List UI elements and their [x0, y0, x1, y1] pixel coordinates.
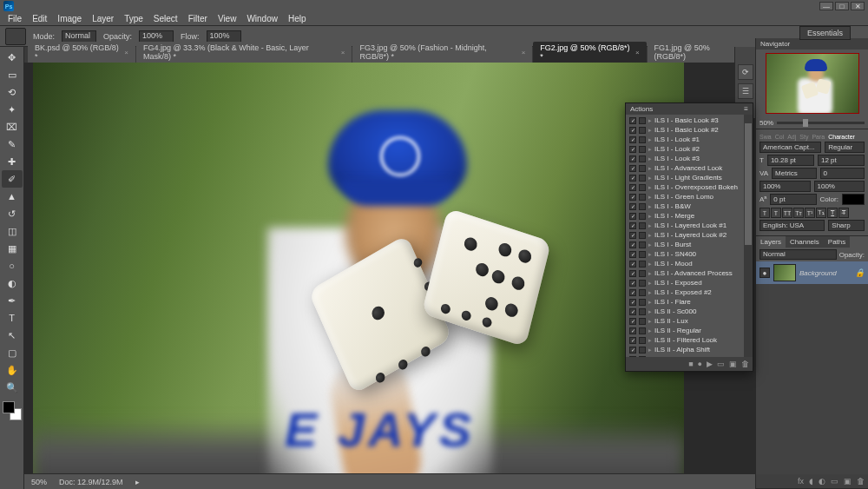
action-dialog-toggle[interactable] — [639, 203, 646, 210]
expand-icon[interactable]: ▸ — [648, 347, 652, 354]
menu-filter[interactable]: Filter — [184, 14, 212, 23]
action-dialog-toggle[interactable] — [639, 232, 646, 239]
action-item[interactable]: ✓▸ILS I - Exposed #2 — [626, 287, 753, 297]
tab-adjustments[interactable]: Adj — [787, 134, 796, 140]
shape-tool[interactable]: ▢ — [2, 344, 23, 361]
expand-icon[interactable]: ▸ — [648, 136, 652, 143]
menu-layer[interactable]: Layer — [88, 14, 118, 23]
window-minimize-button[interactable]: — — [819, 2, 833, 10]
path-tool[interactable]: ↖ — [2, 327, 23, 344]
menu-file[interactable]: File — [3, 14, 26, 23]
new-action-button[interactable]: ▣ — [729, 360, 737, 368]
action-dialog-toggle[interactable] — [639, 299, 646, 306]
document-tab[interactable]: BK.psd @ 50% (RGB/8) *× — [28, 42, 135, 63]
action-check[interactable]: ✓ — [629, 327, 636, 334]
expand-icon[interactable]: ▸ — [648, 155, 652, 162]
properties-panel-icon[interactable]: ☰ — [738, 83, 753, 99]
menu-type[interactable]: Type — [120, 14, 148, 23]
action-dialog-toggle[interactable] — [639, 337, 646, 344]
action-check[interactable]: ✓ — [629, 356, 636, 358]
action-item[interactable]: ✓▸ILS I - Advanced Process — [626, 268, 753, 278]
expand-icon[interactable]: ▸ — [648, 308, 652, 315]
actions-panel[interactable]: Actions≡ ✓▸ILS I - Basic Look #3✓▸ILS I … — [625, 102, 753, 372]
action-dialog-toggle[interactable] — [639, 270, 646, 277]
action-dialog-toggle[interactable] — [639, 175, 646, 182]
menu-window[interactable]: Window — [242, 14, 282, 23]
font-family-select[interactable]: American Capt... — [760, 142, 821, 153]
action-dialog-toggle[interactable] — [639, 251, 646, 258]
action-item[interactable]: ✓▸ILS I - Overexposed Bokeh — [626, 182, 753, 192]
status-arrow-icon[interactable]: ▸ — [135, 478, 140, 486]
antialias-select[interactable]: Sharp — [828, 220, 865, 231]
action-check[interactable]: ✓ — [629, 261, 636, 268]
action-item[interactable]: ✓▸ILS II - Lux — [626, 316, 753, 326]
layer-row-background[interactable]: ● Background 🔒 — [756, 261, 868, 284]
action-check[interactable]: ✓ — [629, 203, 636, 210]
action-dialog-toggle[interactable] — [639, 222, 646, 229]
action-dialog-toggle[interactable] — [639, 289, 646, 296]
visibility-toggle[interactable]: ● — [760, 268, 770, 278]
foreground-color[interactable] — [3, 401, 15, 413]
eraser-tool[interactable]: ◫ — [2, 222, 23, 240]
action-check[interactable]: ✓ — [629, 146, 636, 153]
action-dialog-toggle[interactable] — [639, 318, 646, 325]
tab-paragraph[interactable]: Para — [812, 134, 825, 140]
expand-icon[interactable]: ▸ — [648, 117, 652, 124]
navigator-zoom-slider[interactable] — [777, 122, 865, 124]
play-button[interactable]: ▶ — [707, 360, 713, 368]
tab-paths[interactable]: Paths — [824, 236, 850, 248]
caps-button[interactable]: TT — [782, 208, 792, 218]
action-item[interactable]: ✓▸ILS II - Regular — [626, 326, 753, 335]
actions-list[interactable]: ✓▸ILS I - Basic Look #3✓▸ILS I - Basic L… — [626, 115, 753, 357]
expand-icon[interactable]: ▸ — [648, 146, 652, 153]
window-maximize-button[interactable]: □ — [835, 2, 849, 10]
italic-button[interactable]: T — [771, 208, 781, 218]
document-tab[interactable]: FG4.jpg @ 33.3% (Black & White - Basic, … — [136, 42, 352, 63]
blend-mode-select[interactable]: Normal — [62, 30, 96, 43]
baseline-field[interactable]: 0 pt — [770, 194, 816, 205]
dodge-tool[interactable]: ◐ — [2, 274, 23, 292]
expand-icon[interactable]: ▸ — [648, 337, 652, 344]
action-item[interactable]: ✓▸ILS I - Look #1 — [626, 135, 753, 144]
expand-icon[interactable]: ▸ — [648, 241, 652, 248]
action-item[interactable]: ✓▸ILS II - Filtered Look — [626, 335, 753, 345]
opacity-field[interactable]: 100% — [139, 30, 174, 43]
action-check[interactable]: ✓ — [629, 308, 636, 315]
subscript-button[interactable]: T₁ — [816, 208, 826, 218]
action-dialog-toggle[interactable] — [639, 165, 646, 172]
action-item[interactable]: ✓▸ILS II - Alpha Shift — [626, 345, 753, 354]
tab-layers[interactable]: Layers — [756, 236, 786, 248]
action-item[interactable]: ✓▸ILS I - SN400 — [626, 249, 753, 259]
brush-tool[interactable]: ✐ — [2, 170, 23, 188]
fx-button[interactable]: fx — [798, 477, 804, 486]
vscale-field[interactable]: 100% — [760, 181, 811, 192]
move-tool[interactable]: ✥ — [2, 49, 23, 66]
trash-button[interactable]: 🗑 — [857, 477, 865, 486]
action-dialog-toggle[interactable] — [639, 136, 646, 143]
gradient-tool[interactable]: ▦ — [2, 240, 23, 257]
expand-icon[interactable]: ▸ — [648, 327, 652, 334]
new-layer-button[interactable]: ▣ — [844, 477, 852, 486]
action-dialog-toggle[interactable] — [639, 308, 646, 315]
action-check[interactable]: ✓ — [629, 318, 636, 325]
tab-color[interactable]: Col — [775, 134, 785, 140]
language-select[interactable]: English: USA — [760, 220, 825, 231]
action-check[interactable]: ✓ — [629, 117, 636, 124]
action-check[interactable]: ✓ — [629, 165, 636, 172]
panel-menu-icon[interactable]: ≡ — [744, 105, 748, 113]
action-check[interactable]: ✓ — [629, 241, 636, 248]
navigator-zoom-value[interactable]: 50% — [760, 119, 773, 127]
action-item[interactable]: ✓▸ILS I - Mood — [626, 259, 753, 268]
action-dialog-toggle[interactable] — [639, 194, 646, 201]
expand-icon[interactable]: ▸ — [648, 184, 652, 191]
action-dialog-toggle[interactable] — [639, 213, 646, 220]
actions-scrollbar[interactable] — [744, 115, 753, 357]
action-check[interactable]: ✓ — [629, 136, 636, 143]
action-item[interactable]: ✓▸ILS I - Light Gradients — [626, 173, 753, 182]
tab-styles[interactable]: Sty — [799, 134, 808, 140]
history-panel-icon[interactable]: ⟳ — [738, 64, 753, 80]
status-docinfo[interactable]: Doc: 12.9M/12.9M — [59, 478, 123, 486]
expand-icon[interactable]: ▸ — [648, 270, 652, 277]
brush-preview[interactable] — [5, 28, 26, 45]
menu-edit[interactable]: Edit — [28, 14, 51, 23]
